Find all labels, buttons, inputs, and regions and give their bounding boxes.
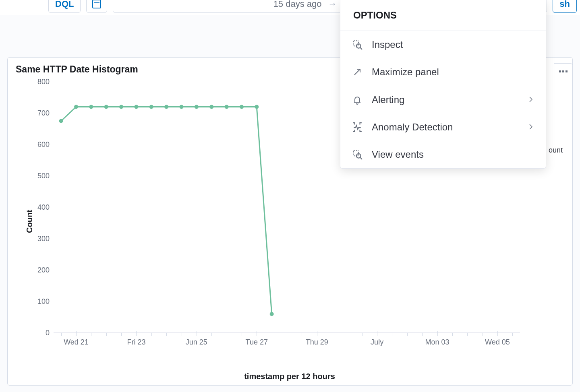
data-point[interactable] <box>225 105 229 109</box>
y-tick-label: 100 <box>31 297 50 306</box>
dql-toggle[interactable]: DQL <box>48 0 81 13</box>
inspect-icon <box>352 39 363 50</box>
calendar-icon <box>92 0 101 8</box>
y-tick-label: 200 <box>31 266 50 274</box>
x-minor-tick <box>422 333 423 336</box>
x-minor-tick <box>227 333 227 336</box>
menu-item-label: Maximize panel <box>372 66 439 78</box>
data-point[interactable] <box>134 105 138 109</box>
x-tick <box>76 331 77 336</box>
x-minor-tick <box>166 333 167 336</box>
dql-label: DQL <box>55 0 74 9</box>
arrow-right-icon: → <box>328 0 337 9</box>
svg-rect-0 <box>353 41 358 46</box>
menu-item-inspect[interactable]: Inspect <box>340 31 546 58</box>
svg-line-6 <box>360 158 362 159</box>
data-point[interactable] <box>255 105 259 109</box>
x-tick-label: Tue 27 <box>246 338 268 347</box>
data-point[interactable] <box>209 105 213 109</box>
x-minor-tick <box>512 333 513 336</box>
y-axis-label: Count <box>25 210 34 233</box>
x-minor-tick <box>287 333 287 336</box>
maximize-icon <box>352 66 363 78</box>
chevron-right-icon <box>527 122 534 133</box>
x-tick-label: Jun 25 <box>186 338 207 347</box>
x-tick-label: Thu 29 <box>306 338 328 347</box>
x-tick-label: Wed 21 <box>64 338 89 347</box>
y-tick-label: 500 <box>31 172 50 180</box>
panel-options-menu: OPTIONS Inspect Maximize panel Alerting … <box>340 0 546 169</box>
y-tick-label: 400 <box>31 203 50 212</box>
dots-icon <box>559 70 561 72</box>
menu-item-label: Anomaly Detection <box>372 122 453 133</box>
calendar-button[interactable] <box>86 0 107 13</box>
data-point[interactable] <box>59 119 63 123</box>
svg-line-3 <box>354 69 360 75</box>
menu-item-label: Alerting <box>372 94 404 105</box>
x-minor-tick <box>182 333 182 336</box>
menu-item-view-events[interactable]: View events <box>340 141 546 168</box>
x-minor-tick <box>61 333 62 336</box>
x-tick <box>257 331 257 336</box>
refresh-label: sh <box>559 0 570 9</box>
menu-item-label: Inspect <box>372 39 403 50</box>
y-tick-label: 0 <box>31 329 50 337</box>
menu-item-alerting[interactable]: Alerting <box>340 86 546 113</box>
x-axis-label: timestamp per 12 hours <box>23 372 556 381</box>
dots-icon <box>566 70 568 72</box>
x-minor-tick <box>467 333 468 336</box>
x-minor-tick <box>211 333 212 336</box>
menu-item-anomaly[interactable]: Anomaly Detection <box>340 113 546 141</box>
x-tick <box>197 331 197 336</box>
data-point[interactable] <box>149 105 153 109</box>
data-point[interactable] <box>164 105 168 109</box>
data-point[interactable] <box>74 105 78 109</box>
menu-item-label: View events <box>372 149 424 160</box>
menu-item-maximize[interactable]: Maximize panel <box>340 58 546 86</box>
dots-icon <box>562 70 564 72</box>
bell-icon <box>352 94 363 105</box>
chevron-right-icon <box>527 94 534 105</box>
x-tick <box>136 331 137 336</box>
time-range-from: 15 days ago <box>273 0 322 9</box>
data-point[interactable] <box>89 105 93 109</box>
x-tick <box>497 331 498 336</box>
x-minor-tick <box>302 333 302 336</box>
x-minor-tick <box>347 333 347 336</box>
x-tick-label: Wed 05 <box>485 338 510 347</box>
x-minor-tick <box>407 333 408 336</box>
refresh-button[interactable]: sh <box>553 0 577 13</box>
x-minor-tick <box>121 333 122 336</box>
data-point[interactable] <box>240 105 244 109</box>
x-minor-tick <box>332 333 332 336</box>
x-minor-tick <box>483 333 483 336</box>
anomaly-icon <box>352 122 363 133</box>
data-point[interactable] <box>119 105 123 109</box>
x-tick-label: Mon 03 <box>425 338 450 347</box>
menu-header: OPTIONS <box>340 0 546 31</box>
y-tick-label: 700 <box>31 109 50 118</box>
data-point[interactable] <box>270 312 274 316</box>
x-tick-label: Fri 23 <box>127 338 145 347</box>
x-minor-tick <box>272 333 272 336</box>
x-tick <box>377 331 377 336</box>
y-tick-label: 600 <box>31 140 50 149</box>
data-point[interactable] <box>180 105 184 109</box>
x-minor-tick <box>392 333 392 336</box>
x-minor-tick <box>452 333 453 336</box>
svg-line-2 <box>360 48 362 50</box>
y-tick-label: 800 <box>31 78 50 86</box>
x-minor-tick <box>151 333 152 336</box>
x-tick <box>437 331 438 336</box>
x-tick <box>317 331 317 336</box>
data-point[interactable] <box>195 105 199 109</box>
panel-menu-button[interactable] <box>554 63 573 79</box>
x-minor-tick <box>91 333 91 336</box>
x-minor-tick <box>362 333 362 336</box>
y-tick-label: 300 <box>31 235 50 243</box>
data-point[interactable] <box>104 105 108 109</box>
view-events-icon <box>352 149 363 160</box>
x-minor-tick <box>106 333 107 336</box>
svg-rect-4 <box>353 151 358 156</box>
x-minor-tick <box>242 333 242 336</box>
